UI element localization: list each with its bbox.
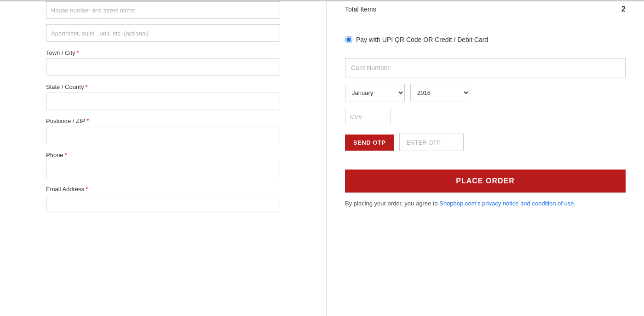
send-otp-button[interactable]: SEND OTP (345, 135, 394, 151)
town-input[interactable] (46, 59, 280, 76)
phone-form-group: Phone* (46, 152, 280, 178)
total-items-row: Total Items 2 (345, 1, 626, 21)
card-number-input[interactable] (345, 58, 626, 77)
email-label: Email Address* (46, 186, 280, 193)
payment-option-label[interactable]: Pay with UPI QR Code OR Credit / Debit C… (356, 36, 488, 43)
town-form-group: Town / City* (46, 49, 280, 76)
phone-label: Phone* (46, 152, 280, 158)
email-required: * (86, 186, 88, 193)
state-input[interactable] (46, 93, 280, 110)
state-form-group: State / County* (46, 83, 280, 110)
state-required: * (85, 83, 87, 90)
payment-radio[interactable] (345, 36, 352, 43)
expiry-row: JanuaryFebruaryMarchAprilMayJuneJulyAugu… (345, 84, 626, 101)
card-section: JanuaryFebruaryMarchAprilMayJuneJulyAugu… (345, 58, 626, 170)
email-form-group: Email Address* (46, 186, 280, 212)
email-input[interactable] (46, 195, 280, 212)
left-column: Town / City* State / County* Postcode / … (0, 1, 327, 316)
enter-otp-input[interactable] (399, 134, 464, 151)
total-items-value: 2 (621, 5, 626, 13)
postcode-required: * (86, 117, 89, 124)
cvv-input[interactable] (345, 108, 391, 125)
postcode-input[interactable] (46, 127, 280, 144)
postcode-label: Postcode / ZIP* (46, 117, 280, 124)
shopbop-link[interactable]: Shopbop.com's privacy notice and conditi… (439, 200, 575, 207)
phone-input[interactable] (46, 161, 280, 178)
terms-text: By placing your order, you agree to Shop… (345, 199, 626, 208)
street-input[interactable] (46, 1, 280, 19)
expiry-month-select[interactable]: JanuaryFebruaryMarchAprilMayJuneJulyAugu… (345, 84, 405, 101)
place-order-button[interactable]: PLACE ORDER (345, 170, 626, 193)
apartment-input[interactable] (46, 24, 280, 42)
total-items-label: Total Items (345, 6, 376, 13)
right-column: Total Items 2 Pay with UPI QR Code OR Cr… (327, 1, 644, 316)
town-label: Town / City* (46, 49, 280, 56)
apartment-form-group (46, 24, 280, 42)
street-form-group (46, 1, 280, 19)
town-required: * (77, 49, 79, 56)
postcode-form-group: Postcode / ZIP* (46, 117, 280, 144)
phone-required: * (65, 152, 67, 158)
payment-option-row: Pay with UPI QR Code OR Credit / Debit C… (345, 30, 626, 49)
expiry-year-select[interactable]: 2016201720182019202020212022202320242025 (410, 84, 470, 101)
otp-row: SEND OTP (345, 134, 626, 151)
state-label: State / County* (46, 83, 280, 90)
